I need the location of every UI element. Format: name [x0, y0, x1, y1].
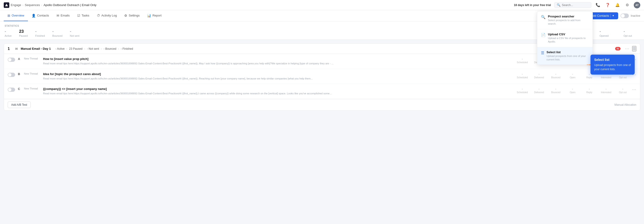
metric-b-delivered: - Delivered — [532, 72, 546, 79]
stat-opt-out: - Opt out — [624, 29, 632, 37]
email-b-content[interactable]: Idea for [topic the prospect cares about… — [43, 72, 513, 81]
dropdown-item-select-text: Select list Upload prospects from one of… — [546, 50, 589, 62]
stat-opt-out-value: - — [624, 29, 632, 34]
email-c-toggle[interactable] — [8, 88, 15, 92]
emails-icon: ✉ — [56, 14, 59, 17]
tab-activity-log[interactable]: ⏱ Activity Log — [93, 10, 120, 21]
seq-more-button[interactable]: ··· — [625, 46, 629, 51]
tab-report-label: Report — [152, 14, 162, 17]
prospect-search-icon: 🔍 — [541, 15, 546, 19]
tab-activity-log-label: Activity Log — [102, 14, 117, 17]
metric-c-optout: - Opt out — [616, 87, 629, 94]
seq-stat-sep3: · — [101, 47, 102, 50]
email-c-metrics: - Scheduled - Delivered - Bounced - Open — [516, 87, 629, 94]
stat-opened-key: Opened — [600, 34, 609, 37]
stat-bounced-key: Bounced — [52, 34, 62, 37]
tab-overview-label: Overview — [12, 14, 24, 17]
search-input[interactable] — [562, 3, 589, 7]
callout-arrow-icon: → — [585, 61, 592, 68]
stat-active-value: - — [5, 29, 12, 34]
email-c-type: New Thread — [24, 87, 40, 90]
email-c-content[interactable]: {{company}} <> [insert your company name… — [43, 87, 513, 95]
metric-b-bounced: - Bounced — [549, 72, 562, 79]
activity-log-icon: ⏱ — [97, 14, 100, 17]
callout-title: Select list — [594, 58, 631, 62]
ab-test-bar: Add A/B Test Manual Allocation — [4, 99, 640, 110]
inactive-toggle-area: Inactive — [620, 13, 640, 18]
settings-tab-icon: ⚙ — [124, 14, 127, 17]
seq-stat-not-sent: - Not sent — [87, 47, 99, 50]
stat-not-sent: - Not sent — [70, 29, 79, 37]
select-list-callout: → Select list Upload prospects from one … — [590, 55, 635, 75]
breadcrumb-area: Engage › Sequences › Apollo Outbound Out… — [4, 2, 96, 8]
dropdown-item-csv-title: Upload CSV — [548, 32, 589, 36]
seq-stat-sep2: · — [84, 47, 85, 50]
search-box[interactable]: 🔍 — [554, 2, 592, 8]
email-a-letter: A — [18, 57, 21, 61]
bell-icon-btn[interactable]: 🔔 — [614, 2, 621, 8]
help-icon-btn[interactable]: ❓ — [604, 2, 611, 8]
tab-emails[interactable]: ✉ Emails — [53, 10, 74, 21]
add-ab-test-button[interactable]: Add A/B Test — [8, 102, 31, 108]
tab-tasks-label: Tasks — [82, 14, 89, 17]
contacts-icon: 👤 — [32, 14, 36, 17]
breadcrumb-current: Apollo Outbound Outreach | Email Only — [44, 3, 96, 7]
metric-c-delivered: - Delivered — [532, 87, 546, 94]
dropdown-item-select-desc: Upload prospects from one of your curren… — [546, 54, 589, 62]
stat-paused-key: Paused — [19, 34, 28, 37]
seq-badge: hi — [615, 47, 620, 50]
seq-num: 1 — [8, 47, 12, 51]
sep2: › — [42, 4, 42, 6]
phone-icon-btn[interactable]: 📞 — [595, 2, 601, 8]
tab-settings[interactable]: ⚙ Settings — [120, 10, 143, 21]
breadcrumb-engage[interactable]: Engage — [11, 3, 21, 7]
email-a-content[interactable]: How to [insert value prop pitch] Read mo… — [43, 57, 513, 65]
stat-opened-value: - — [600, 29, 609, 34]
seq-drag-handle[interactable]: ☰ — [632, 46, 636, 51]
metric-c-scheduled: - Scheduled — [516, 87, 529, 94]
tab-settings-label: Settings — [129, 14, 140, 17]
tab-report[interactable]: 📊 Report — [143, 10, 165, 21]
settings-icon-btn[interactable]: ⚙ — [624, 2, 630, 8]
metric-a-scheduled-val: - — [522, 57, 523, 61]
metric-a-scheduled: - Scheduled — [516, 57, 529, 64]
email-b-toggle[interactable] — [8, 73, 15, 77]
dropdown-item-select-list[interactable]: ☰ Select list Upload prospects from one … — [537, 47, 592, 65]
top-nav-right: 18 days left in your free trial 🔍 📞 ❓ 🔔 … — [514, 2, 640, 8]
tab-contacts[interactable]: 👤 Contacts — [28, 10, 52, 21]
email-c-more-button[interactable]: ··· — [632, 87, 636, 92]
tab-emails-label: Emails — [61, 14, 70, 17]
report-icon: 📊 — [147, 14, 151, 17]
stat-opened: - Opened — [600, 29, 609, 37]
stat-finished: - Finished — [35, 29, 45, 37]
tab-contacts-label: Contacts — [37, 14, 49, 17]
email-row-c: C New Thread {{company}} <> [insert your… — [4, 84, 640, 99]
tab-overview[interactable]: ⊞ Overview — [4, 10, 28, 21]
dropdown-item-select-title: Select list — [546, 50, 589, 54]
email-b-toggle-knob — [8, 73, 12, 76]
email-c-letter: C — [18, 87, 21, 91]
logo[interactable] — [4, 2, 9, 8]
toggle-knob — [621, 14, 625, 18]
email-c-subject: {{company}} <> [insert your company name… — [43, 87, 513, 91]
inactive-toggle[interactable] — [620, 13, 629, 18]
email-a-toggle[interactable] — [8, 58, 15, 62]
dropdown-item-csv-text: Upload CSV Upload a CSV file of prospect… — [548, 32, 589, 44]
overview-icon: ⊞ — [8, 14, 10, 17]
email-b-body: Read more email tips here:https://suppor… — [43, 77, 513, 81]
seq-stat-active: - Active — [55, 47, 64, 50]
upload-csv-icon: 📄 — [541, 33, 546, 37]
select-list-icon: ☰ — [541, 51, 544, 55]
search-icon: 🔍 — [557, 3, 560, 7]
email-a-subject: How to [insert value prop pitch] — [43, 57, 513, 61]
dropdown-item-upload-csv[interactable]: 📄 Upload CSV Upload a CSV file of prospe… — [537, 29, 592, 47]
dropdown-item-prospect-searcher[interactable]: 🔍 Prospect searcher Select prospects to … — [537, 11, 592, 29]
email-a-toggle-knob — [8, 58, 12, 61]
seq-stat-sep4: · — [118, 47, 119, 50]
breadcrumb-sequences[interactable]: Sequences — [25, 3, 40, 7]
avatar[interactable]: AT — [634, 2, 640, 8]
tab-tasks[interactable]: ☑ Tasks — [74, 10, 93, 21]
stat-not-sent-value: - — [70, 29, 79, 34]
seq-stat-sep1: · — [66, 47, 67, 50]
add-contacts-chevron-icon: ▼ — [612, 14, 614, 17]
